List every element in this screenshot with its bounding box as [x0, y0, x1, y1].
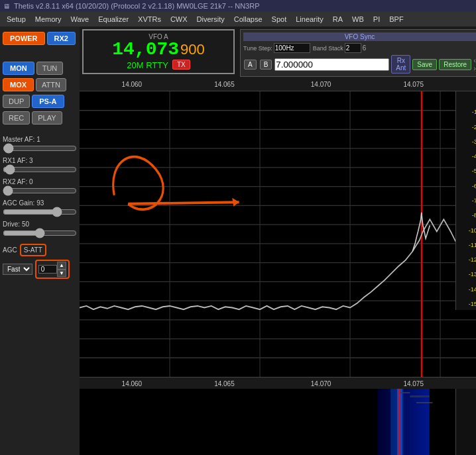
titlebar: 🖥 Thetis v2.8.11 x64 (10/20/20) (Protoco… [0, 0, 476, 12]
svg-line-19 [128, 202, 239, 204]
freq-tick-bot-3: 14.070 [311, 380, 331, 387]
db-30: -30 [457, 138, 476, 145]
vfo-frequency: 14,073 [112, 40, 179, 59]
spectrum-svg [80, 91, 476, 377]
satt-box: S-ATT [20, 244, 46, 256]
menu-item-cwx[interactable]: CWX [166, 14, 192, 25]
rx2-af-slider[interactable] [3, 186, 77, 195]
waterfall-svg [80, 389, 455, 455]
agc-mode-select[interactable]: Fast Med Slow Long [3, 264, 32, 275]
db-150: -150 [457, 301, 476, 307]
save-button[interactable]: Save [412, 59, 437, 70]
menu-item-xvtrs[interactable]: XVTRs [134, 14, 165, 25]
band-stack-input[interactable] [345, 43, 361, 53]
vfo-spectrum-area: VFO A 14,073 900 20M RTTY TX VFO Sync Tu… [80, 26, 476, 455]
menu-item-pi[interactable]: PI [369, 14, 384, 25]
freq-tick-bot-4: 14.075 [403, 380, 424, 387]
rx2-af-label: RX2 AF: 0 [3, 178, 77, 185]
menu-item-collapse[interactable]: Collapse [230, 14, 267, 25]
db-110: -110 [457, 242, 476, 248]
psa-button[interactable]: PS-A [32, 95, 64, 108]
vfo-mode: 20M RTTY [127, 60, 168, 70]
freq-ruler-top: 14.060 14.065 14.070 14.075 [80, 79, 476, 91]
menu-item-linearity[interactable]: Linearity [292, 14, 327, 25]
left-panel: POWER RX2 MON TUN MOX ATTN DUP PS-A REC … [0, 26, 80, 455]
vfo-lock-freq-input[interactable] [274, 58, 389, 71]
vfo-sync-title: VFO Sync [243, 32, 476, 41]
attn-button[interactable]: ATTN [36, 78, 66, 91]
db-20: -20 [457, 124, 476, 130]
menu-item-spot[interactable]: Spot [268, 14, 291, 25]
band-stack-label: Band Stack [313, 45, 343, 52]
waterfall [80, 389, 476, 455]
freq-tick-top-1: 14.060 [122, 81, 143, 88]
freq-tick-bot-2: 14.065 [214, 380, 235, 387]
drive-slider[interactable] [3, 228, 77, 238]
svg-marker-20 [232, 198, 239, 207]
master-af-slider[interactable] [3, 144, 77, 153]
db-130: -130 [457, 271, 476, 278]
mon-button[interactable]: MON [3, 62, 34, 75]
agc-gain-label: AGC Gain: 93 [3, 199, 77, 207]
svg-rect-27 [416, 402, 432, 403]
rx1-af-label: RX1 AF: 3 [3, 157, 77, 164]
vfo-sync-area: VFO Sync Tune Step: Band Stack 6 A B [240, 29, 476, 77]
vfo-frequency-sub: 900 [180, 41, 205, 58]
rx1-af-slider[interactable] [3, 165, 77, 174]
db-70: -70 [457, 197, 476, 204]
db-0: 0 [457, 94, 476, 101]
tune-step-label: Tune Step: [243, 45, 272, 52]
satt-spinner: ▲ ▼ [57, 262, 66, 277]
vfo-b-button[interactable]: B [260, 60, 272, 70]
db-100: -100 [457, 227, 476, 234]
svg-rect-22 [378, 389, 430, 455]
svg-rect-28 [400, 392, 410, 393]
agc-label: AGC [3, 246, 17, 254]
menu-item-ra[interactable]: RA [329, 14, 347, 25]
drive-label: Drive: 50 [3, 221, 77, 228]
db-scale: 0 -10 -20 -30 -40 -50 -60 -70 -80 -100 -… [455, 91, 476, 310]
menu-item-wave[interactable]: Wave [66, 14, 93, 25]
freq-ruler-bottom: 14.060 14.065 14.070 14.075 [80, 377, 476, 389]
power-button[interactable]: POWER [3, 32, 45, 45]
agc-gain-slider[interactable] [3, 207, 77, 217]
db-40: -40 [457, 153, 476, 160]
restore-button[interactable]: Restore [439, 59, 471, 70]
dup-button[interactable]: DUP [3, 95, 30, 108]
freq-tick-bot-1: 14.060 [122, 380, 143, 387]
db-80: -80 [457, 212, 476, 219]
db-60: -60 [457, 183, 476, 189]
satt-value-input[interactable] [38, 265, 57, 274]
vfo-a-button[interactable]: A [244, 60, 257, 70]
menu-item-bpf[interactable]: BPF [385, 14, 407, 25]
menu-item-diversity[interactable]: Diversity [193, 14, 229, 25]
satt-up-button[interactable]: ▲ [57, 262, 66, 270]
rx-ant-button[interactable]: Rx Ant [391, 55, 410, 74]
master-af-label: Master AF: 1 [3, 136, 77, 143]
menubar: SetupMemoryWaveEqualizerXVTRsCWXDiversit… [0, 12, 476, 26]
agc-controls: Fast Med Slow Long ▲ ▼ [3, 260, 77, 279]
menu-item-wb[interactable]: WB [348, 14, 368, 25]
vfo-display: VFO A 14,073 900 20M RTTY TX [82, 29, 235, 74]
svg-rect-26 [410, 395, 429, 397]
rec-button[interactable]: REC [3, 111, 30, 125]
menu-item-equalizer[interactable]: Equalizer [94, 14, 133, 25]
tune-step-input[interactable] [274, 43, 310, 53]
tx-button[interactable]: TX [172, 60, 190, 70]
agc-row: AGC S-ATT [3, 244, 77, 256]
menu-item-memory[interactable]: Memory [31, 14, 66, 25]
freq-tick-top-3: 14.070 [311, 81, 331, 88]
freq-tick-top-4: 14.075 [403, 81, 424, 88]
play-button[interactable]: PLAY [32, 111, 62, 125]
spectrum-area: 14.060 14.065 14.070 14.075 [80, 79, 476, 455]
db-50: -50 [457, 168, 476, 174]
satt-down-button[interactable]: ▼ [57, 270, 66, 278]
titlebar-text: Thetis v2.8.11 x64 (10/20/20) (Protocol … [14, 2, 260, 10]
mox-button[interactable]: MOX [3, 78, 34, 91]
satt-label: S-ATT [24, 246, 42, 254]
menu-item-setup[interactable]: Setup [3, 14, 30, 25]
db-10: -10 [457, 109, 476, 115]
db-140: -140 [457, 286, 476, 293]
tun-button[interactable]: TUN [36, 62, 64, 75]
rx2-button[interactable]: RX2 [47, 32, 76, 45]
